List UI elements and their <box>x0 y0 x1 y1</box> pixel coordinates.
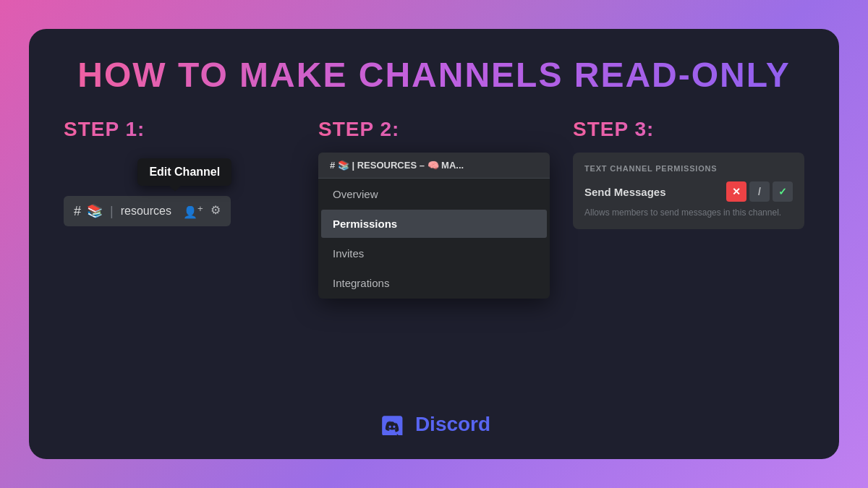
step-1-label: STEP 1: <box>64 118 295 141</box>
permissions-panel: TEXT CHANNEL PERMISSIONS Send Messages ✕… <box>573 153 804 229</box>
menu-item-overview[interactable]: Overview <box>321 180 547 208</box>
edit-channel-tooltip: Edit Channel <box>137 158 231 186</box>
channel-divider: | <box>110 204 114 219</box>
step-3: STEP 3: TEXT CHANNEL PERMISSIONS Send Me… <box>573 118 804 229</box>
permissions-panel-title: TEXT CHANNEL PERMISSIONS <box>584 164 793 173</box>
channel-books-emoji: 📚 <box>87 203 103 219</box>
permission-description: Allows members to send messages in this … <box>584 207 793 218</box>
permission-row: Send Messages ✕ / ✓ <box>584 181 793 202</box>
channel-row[interactable]: Edit Channel # 📚 | resources 👤+ ⚙ <box>64 196 231 226</box>
add-member-icon[interactable]: 👤+ <box>183 203 203 219</box>
footer: Discord <box>64 413 804 436</box>
context-menu-header: # 📚 | RESOURCES – 🧠 MA... <box>318 153 550 179</box>
context-menu: # 📚 | RESOURCES – 🧠 MA... Overview Permi… <box>318 153 550 299</box>
channel-hashtag: # <box>74 204 81 219</box>
step-1: STEP 1: Edit Channel # 📚 | resources 👤+ … <box>64 118 295 226</box>
settings-icon[interactable]: ⚙ <box>210 203 221 219</box>
channel-name: resources <box>121 205 171 218</box>
step1-content: Edit Channel # 📚 | resources 👤+ ⚙ <box>64 196 295 226</box>
step-3-label: STEP 3: <box>573 118 804 141</box>
main-card: HOW TO MAKE CHANNELS READ-ONLY STEP 1: E… <box>29 29 839 459</box>
discord-brand-text: Discord <box>415 413 490 436</box>
permission-send-messages: Send Messages <box>584 186 666 198</box>
step-2-label: STEP 2: <box>318 118 550 141</box>
discord-logo-icon <box>378 414 407 435</box>
perm-allow-button[interactable]: ✓ <box>773 181 793 202</box>
steps-row: STEP 1: Edit Channel # 📚 | resources 👤+ … <box>64 118 804 395</box>
menu-item-permissions[interactable]: Permissions <box>321 210 547 238</box>
menu-item-integrations[interactable]: Integrations <box>321 269 547 297</box>
perm-deny-button[interactable]: ✕ <box>726 181 746 202</box>
main-title: HOW TO MAKE CHANNELS READ-ONLY <box>64 55 804 95</box>
channel-action-icons: 👤+ ⚙ <box>183 203 221 219</box>
permission-buttons: ✕ / ✓ <box>726 181 793 202</box>
menu-item-invites[interactable]: Invites <box>321 239 547 267</box>
perm-neutral-button[interactable]: / <box>749 181 770 202</box>
step-2: STEP 2: # 📚 | RESOURCES – 🧠 MA... Overvi… <box>318 118 550 299</box>
